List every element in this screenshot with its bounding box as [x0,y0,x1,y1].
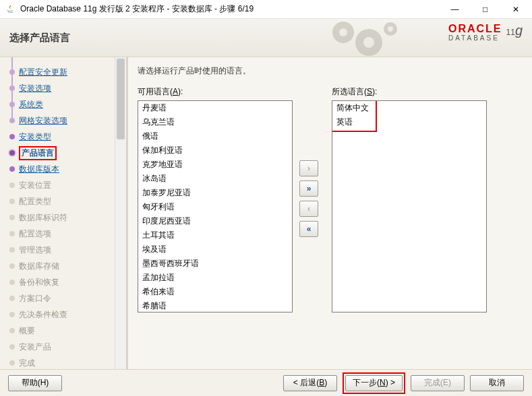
step-label: 系统类 [19,99,43,110]
available-language-item[interactable]: 墨西哥西班牙语 [138,257,292,271]
brand-database: DATABASE [448,34,502,42]
step-label: 数据库版本 [19,164,59,175]
available-language-item[interactable]: 加泰罗尼亚语 [138,186,292,200]
available-language-item[interactable]: 乌克兰语 [138,115,292,129]
step-label: 安装位置 [19,180,51,191]
available-language-item[interactable]: 冰岛语 [138,172,292,186]
step-label: 网格安装选项 [19,115,67,127]
sidebar-step-10: 配置选项 [5,226,113,242]
available-language-item[interactable]: 匈牙利语 [138,200,292,214]
available-language-item[interactable]: 俄语 [138,129,292,143]
oracle-logo: ORACLE DATABASE 11g [448,23,523,42]
step-dot-icon [9,328,15,333]
sidebar-step-3[interactable]: 网格安装选项 [5,112,113,129]
sidebar-step-15: 先决条件检查 [5,306,113,323]
sidebar-step-7: 安装位置 [5,177,113,193]
available-language-item[interactable]: 丹麦语 [138,101,292,115]
step-dot-icon [9,263,15,269]
wizard-sidebar: 配置安全更新安装选项系统类网格安装选项安装类型产品语言数据库版本安装位置配置类型… [0,57,128,369]
selected-highlight: 简体中文英语 [332,100,377,132]
sidebar-step-11: 管理选项 [5,242,113,258]
step-label: 管理选项 [19,244,51,256]
back-button[interactable]: < 后退(B) [283,375,337,391]
window-title: Oracle Database 11g 发行版 2 安装程序 - 安装数据库 -… [20,3,440,15]
selected-language-item[interactable]: 英语 [332,115,373,129]
java-icon [5,4,16,15]
step-dot-icon [9,166,15,172]
sidebar-step-1[interactable]: 安装选项 [5,80,113,96]
sidebar-step-0[interactable]: 配置安全更新 [5,64,113,80]
wizard-main: 请选择运行产品时使用的语言。 可用语言(A): 丹麦语乌克兰语俄语保加利亚语克罗… [128,57,532,369]
step-label: 配置类型 [19,196,51,207]
step-dot-icon [9,150,15,156]
step-dot-icon [9,344,15,350]
available-language-item[interactable]: 土耳其语 [138,228,292,242]
step-label: 方案口令 [19,293,51,304]
sidebar-step-2[interactable]: 系统类 [5,96,113,112]
step-dot-icon [9,296,15,301]
step-label: 配置安全更新 [19,67,67,78]
step-dot-icon [9,312,15,317]
sidebar-step-6[interactable]: 数据库版本 [5,161,113,177]
add-button[interactable]: › [299,160,318,176]
available-languages-listbox[interactable]: 丹麦语乌克兰语俄语保加利亚语克罗地亚语冰岛语加泰罗尼亚语匈牙利语印度尼西亚语土耳… [138,100,293,312]
wizard-footer: 帮助(H) < 后退(B) 下一步(N) > 完成(E) 取消 [0,369,532,396]
add-all-button[interactable]: » [299,180,318,197]
sidebar-step-18: 完成 [5,355,113,369]
transfer-buttons: › » ‹ « [299,160,325,237]
sidebar-step-5[interactable]: 产品语言 [5,145,113,161]
step-dot-icon [9,199,15,204]
brand-version: 11 [506,28,515,37]
remove-all-button[interactable]: « [299,221,318,237]
brand-oracle: ORACLE [448,23,502,35]
window-minimize-button[interactable]: — [440,0,470,19]
finish-button: 完成(E) [411,375,465,391]
cancel-button[interactable]: 取消 [470,375,524,391]
sidebar-step-8: 配置类型 [5,193,113,209]
step-dot-icon [9,118,15,123]
window-close-button[interactable]: ✕ [500,0,531,19]
step-label: 完成 [19,358,35,369]
available-language-item[interactable]: 保加利亚语 [138,143,292,158]
next-button[interactable]: 下一步(N) > [345,375,403,391]
window-titlebar: Oracle Database 11g 发行版 2 安装程序 - 安装数据库 -… [0,0,532,19]
step-dot-icon [9,247,15,253]
step-label: 安装选项 [19,83,51,94]
sidebar-step-9: 数据库标识符 [5,209,113,226]
brand-version-suffix: g [515,23,523,38]
available-language-item[interactable]: 孟加拉语 [138,271,292,285]
step-label: 概要 [19,325,35,337]
svg-point-5 [388,26,393,32]
window-maximize-button[interactable]: □ [470,0,500,19]
available-language-item[interactable]: 希腊语 [138,299,292,312]
available-language-item[interactable]: 克罗地亚语 [138,158,292,172]
step-dot-icon [9,279,15,285]
sidebar-step-13: 备份和恢复 [5,274,113,290]
step-label: 配置选项 [19,228,51,240]
available-language-item[interactable]: 印度尼西亚语 [138,214,292,228]
step-dot-icon [9,215,15,220]
next-highlight: 下一步(N) > [343,372,405,394]
step-label: 数据库存储 [19,261,59,272]
available-label: 可用语言(A): [138,86,293,98]
step-label: 先决条件检查 [19,309,67,321]
selected-label: 所选语言(S): [332,86,487,98]
available-language-item[interactable]: 埃及语 [138,242,292,257]
help-button[interactable]: 帮助(H) [8,375,62,391]
available-language-item[interactable]: 希伯来语 [138,285,292,299]
step-dot-icon [9,183,15,188]
step-dot-icon [9,134,15,139]
svg-point-1 [339,28,347,36]
sidebar-step-17: 安装产品 [5,339,113,355]
remove-button[interactable]: ‹ [299,201,318,217]
page-title: 选择产品语言 [9,32,70,44]
instruction-text: 请选择运行产品时使用的语言。 [138,65,523,77]
selected-languages-listbox[interactable]: 简体中文英语 [332,100,487,312]
sidebar-step-4[interactable]: 安装类型 [5,129,113,145]
sidebar-scrollbar[interactable] [115,57,126,369]
step-dot-icon [9,360,15,366]
step-label: 安装产品 [19,341,51,353]
step-dot-icon [9,231,15,236]
selected-language-item[interactable]: 简体中文 [332,101,373,115]
step-label: 产品语言 [19,146,57,160]
